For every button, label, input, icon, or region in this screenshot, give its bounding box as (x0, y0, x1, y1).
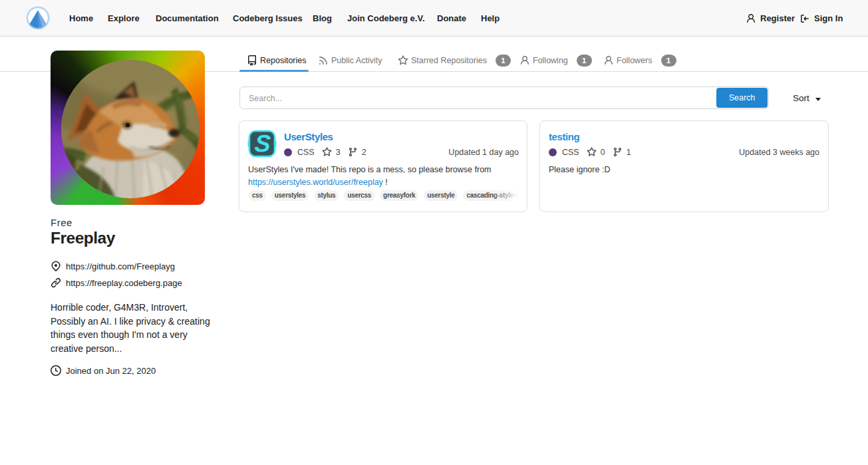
svg-text:S: S (254, 130, 272, 158)
